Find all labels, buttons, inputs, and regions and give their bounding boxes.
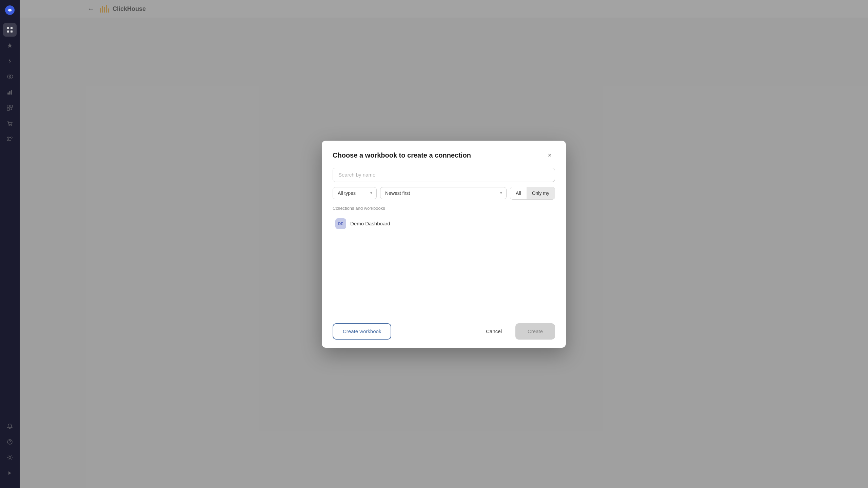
- sort-filter-chevron-icon: ▾: [500, 191, 502, 195]
- svg-point-19: [9, 443, 10, 444]
- search-input[interactable]: [333, 168, 555, 182]
- sidebar-nav: [3, 23, 17, 420]
- sidebar-item-play[interactable]: [3, 466, 17, 480]
- workbook-modal: Choose a workbook to create a connection…: [322, 141, 566, 348]
- workbook-item[interactable]: DE Demo Dashboard: [333, 215, 555, 232]
- workbook-name: Demo Dashboard: [350, 221, 390, 226]
- sidebar-item-grid[interactable]: [3, 23, 17, 37]
- svg-rect-1: [7, 27, 9, 29]
- toggle-my-button[interactable]: Only my: [527, 187, 555, 199]
- svg-point-17: [7, 140, 9, 141]
- modal-overlay: Choose a workbook to create a connection…: [20, 0, 868, 488]
- sidebar-item-gear[interactable]: [3, 451, 17, 464]
- ownership-toggle-group: All Only my: [510, 187, 555, 200]
- workbook-list: DE Demo Dashboard: [333, 215, 555, 317]
- sidebar-item-shopping[interactable]: [3, 117, 17, 130]
- toggle-all-button[interactable]: All: [510, 187, 527, 199]
- svg-point-14: [11, 125, 12, 126]
- type-filter-select[interactable]: All types ▾: [333, 187, 377, 199]
- sidebar-item-chart[interactable]: [3, 85, 17, 99]
- modal-body: All types ▾ Newest first ▾ All Only my C…: [322, 168, 566, 317]
- sidebar-item-flow[interactable]: [3, 132, 17, 146]
- cancel-button[interactable]: Cancel: [476, 323, 511, 340]
- svg-point-16: [11, 137, 12, 138]
- sidebar-item-question[interactable]: [3, 435, 17, 449]
- sidebar-item-circles[interactable]: [3, 70, 17, 83]
- svg-rect-8: [9, 91, 11, 95]
- svg-point-15: [7, 137, 9, 138]
- sidebar-item-lightning[interactable]: [3, 54, 17, 68]
- modal-title: Choose a workbook to create a connection: [333, 151, 471, 159]
- close-button[interactable]: ×: [544, 150, 555, 161]
- svg-rect-12: [7, 108, 9, 110]
- sidebar-bottom: [3, 420, 17, 484]
- workbook-avatar: DE: [335, 218, 346, 229]
- svg-rect-3: [7, 30, 9, 33]
- svg-rect-4: [11, 30, 13, 33]
- modal-footer: Create workbook Cancel Create: [322, 317, 566, 348]
- svg-rect-7: [7, 93, 9, 95]
- create-workbook-button[interactable]: Create workbook: [333, 323, 391, 340]
- sidebar: [0, 0, 20, 488]
- svg-point-20: [9, 456, 11, 459]
- search-input-wrap: [333, 168, 555, 182]
- sidebar-item-bell[interactable]: [3, 420, 17, 433]
- type-filter-chevron-icon: ▾: [370, 191, 372, 195]
- footer-actions: Cancel Create: [476, 323, 555, 340]
- sort-filter-label: Newest first: [385, 190, 497, 196]
- svg-point-13: [9, 125, 10, 126]
- app-logo[interactable]: [4, 4, 16, 16]
- main-content: ← ClickHouse Choose a workbook to create…: [20, 0, 868, 488]
- filter-row: All types ▾ Newest first ▾ All Only my: [333, 187, 555, 200]
- sidebar-item-plus[interactable]: [3, 101, 17, 115]
- modal-header: Choose a workbook to create a connection…: [322, 141, 566, 168]
- section-label: Collections and workbooks: [333, 206, 555, 211]
- sort-filter-select[interactable]: Newest first ▾: [380, 187, 507, 199]
- svg-rect-11: [10, 105, 13, 107]
- svg-rect-9: [11, 90, 12, 95]
- sidebar-item-star[interactable]: [3, 39, 17, 52]
- svg-point-6: [9, 75, 13, 78]
- create-button[interactable]: Create: [515, 323, 555, 340]
- svg-rect-2: [11, 27, 13, 29]
- svg-rect-10: [7, 105, 9, 107]
- type-filter-label: All types: [338, 190, 368, 196]
